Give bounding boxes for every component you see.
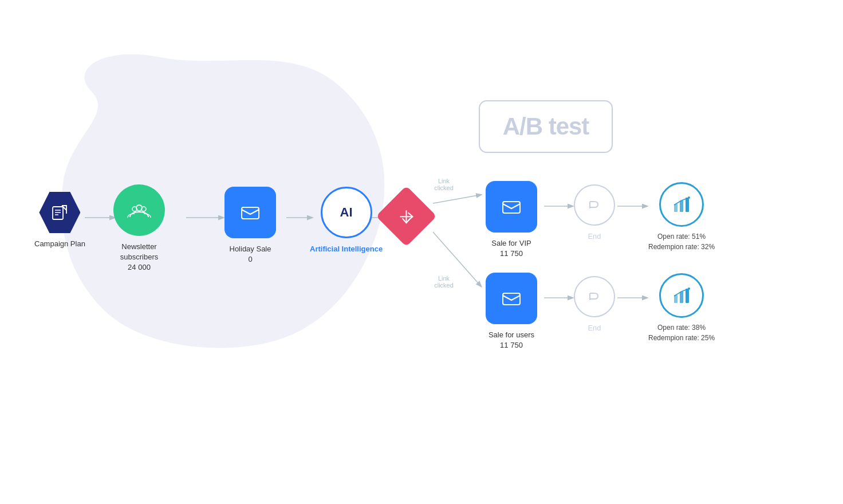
newsletter-label: Newsletter subscribers 24 000	[120, 242, 158, 273]
end-bottom-label: End	[588, 323, 601, 333]
flow-canvas: Campaign Plan Newsletter subscribers 24 …	[0, 0, 843, 504]
ai-sublabel: Artificial Intelligence	[310, 244, 383, 254]
stats-bottom-node: Open rate: 38% Redempion rate: 25%	[648, 273, 715, 343]
svg-rect-14	[53, 207, 63, 219]
campaign-plan-label: Campaign Plan	[34, 239, 85, 249]
svg-rect-25	[503, 202, 520, 213]
ai-icon: AI	[321, 187, 372, 238]
sale-users-icon	[486, 273, 537, 324]
end-bottom-icon	[574, 276, 615, 317]
stats-bottom-icon	[659, 273, 704, 318]
end-top-node: End	[574, 184, 615, 242]
splitter-node	[385, 195, 428, 238]
svg-rect-28	[680, 200, 683, 212]
sale-vip-node: Sale for VIP 11 750	[486, 181, 537, 259]
campaign-plan-node: Campaign Plan	[34, 192, 85, 249]
holiday-sale-node: Holiday Sale 0	[224, 187, 276, 265]
newsletter-node: Newsletter subscribers 24 000	[113, 184, 165, 273]
svg-rect-32	[680, 292, 683, 303]
svg-point-30	[688, 196, 690, 199]
splitter-icon	[376, 186, 436, 246]
holiday-sale-icon	[224, 187, 276, 238]
svg-rect-33	[686, 289, 689, 303]
stats-top-icon	[659, 182, 704, 227]
sale-vip-icon	[486, 181, 537, 233]
stats-top-label: Open rate: 51% Redempion rate: 32%	[648, 231, 715, 252]
sale-users-node: Sale for users 11 750	[486, 273, 537, 351]
end-bottom-node: End	[574, 276, 615, 333]
stats-bottom-label: Open rate: 38% Redempion rate: 25%	[648, 322, 715, 343]
ai-node: AI Artificial Intelligence	[310, 187, 383, 254]
stats-top-node: Open rate: 51% Redempion rate: 32%	[648, 182, 715, 252]
newsletter-icon	[113, 184, 165, 236]
end-top-label: End	[588, 231, 601, 242]
end-top-icon	[574, 184, 615, 226]
svg-rect-29	[686, 198, 689, 212]
sale-vip-label: Sale for VIP 11 750	[491, 238, 531, 259]
svg-rect-22	[242, 207, 259, 219]
svg-point-34	[688, 288, 690, 290]
sale-users-label: Sale for users 11 750	[489, 330, 534, 351]
campaign-plan-icon	[39, 192, 80, 233]
holiday-sale-label: Holiday Sale 0	[230, 244, 271, 265]
svg-rect-26	[503, 293, 520, 305]
